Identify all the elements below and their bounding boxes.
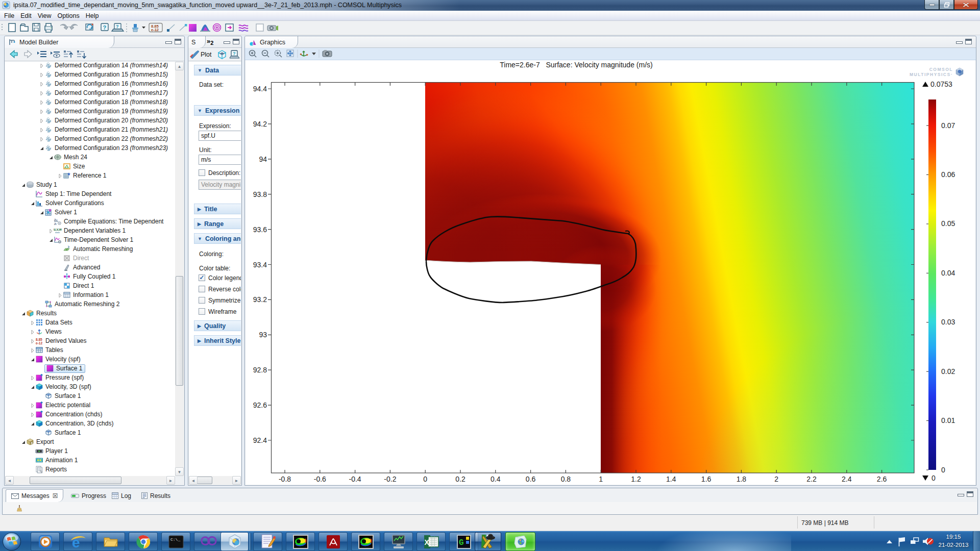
svg-text:X: X <box>424 538 429 546</box>
svg-text:Plot: Plot <box>201 51 212 58</box>
svg-text:1.4: 1.4 <box>666 475 676 483</box>
svg-text:2.4: 2.4 <box>842 475 852 483</box>
svg-text:?: ? <box>233 51 236 56</box>
svg-text:-0.8: -0.8 <box>279 475 291 483</box>
svg-text:0.02: 0.02 <box>941 367 955 375</box>
svg-text:1: 1 <box>599 475 603 483</box>
svg-text:0.05: 0.05 <box>941 219 955 228</box>
svg-text:93.8: 93.8 <box>253 190 267 198</box>
svg-text:-0.2: -0.2 <box>384 475 396 483</box>
svg-text:94.2: 94.2 <box>253 120 267 128</box>
svg-text:94: 94 <box>259 155 267 163</box>
svg-text:0.03: 0.03 <box>941 318 955 326</box>
svg-text:0: 0 <box>932 474 936 482</box>
svg-text:92.8: 92.8 <box>253 366 267 374</box>
svg-text:C:\_: C:\_ <box>170 537 180 542</box>
svg-text:-0.6: -0.6 <box>314 475 326 483</box>
svg-text:0.06: 0.06 <box>941 170 955 179</box>
svg-text:2.6: 2.6 <box>877 475 887 483</box>
svg-text:0.4: 0.4 <box>491 475 501 483</box>
svg-text:93.6: 93.6 <box>253 226 267 234</box>
svg-text:94.4: 94.4 <box>253 85 267 93</box>
svg-text:93.4: 93.4 <box>253 261 267 269</box>
svg-text:2.2: 2.2 <box>806 475 817 483</box>
svg-text:0.0753: 0.0753 <box>930 80 952 88</box>
svg-text:-0.4: -0.4 <box>349 475 361 483</box>
svg-text:93.2: 93.2 <box>253 295 267 304</box>
svg-text:92.4: 92.4 <box>253 436 267 444</box>
svg-text:?: ? <box>116 24 119 29</box>
svg-text:0: 0 <box>941 466 945 474</box>
svg-text:92.6: 92.6 <box>253 401 267 409</box>
svg-text:0.8: 0.8 <box>561 475 571 483</box>
svg-text:0: 0 <box>423 475 427 483</box>
svg-text:MULTIPHYSICS·: MULTIPHYSICS· <box>910 72 953 77</box>
svg-text:0.2: 0.2 <box>455 475 465 483</box>
svg-text:COMSOL: COMSOL <box>929 67 953 72</box>
svg-text:Time=2.6e-7 Surface: Velocit: Time=2.6e-7 Surface: Velocity magnitude … <box>500 61 652 69</box>
svg-text:0.01: 0.01 <box>941 416 955 424</box>
svg-text:1.8: 1.8 <box>737 475 747 483</box>
svg-text:?: ? <box>103 24 107 31</box>
svg-text:0.6: 0.6 <box>526 475 536 483</box>
svg-text:93: 93 <box>259 331 267 339</box>
svg-text:1.6: 1.6 <box>701 475 712 483</box>
svg-text:G: G <box>459 538 464 547</box>
svg-text:0.04: 0.04 <box>941 269 955 277</box>
svg-text:e-12: e-12 <box>151 28 159 32</box>
svg-text:1.2: 1.2 <box>631 475 641 483</box>
svg-text:0.07: 0.07 <box>941 121 955 130</box>
svg-text:2: 2 <box>774 475 778 483</box>
